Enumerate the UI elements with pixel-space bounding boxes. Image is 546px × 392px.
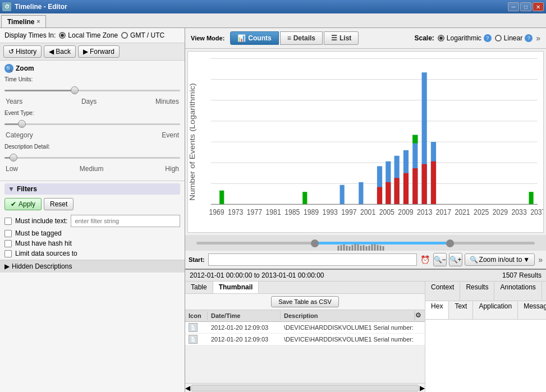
maximize-button[interactable]: □ bbox=[520, 2, 531, 11]
local-time-radio-btn[interactable] bbox=[59, 32, 66, 39]
tab-list-label: List bbox=[339, 34, 351, 42]
window-controls[interactable]: ─ □ ✕ bbox=[508, 2, 544, 11]
must-be-tagged-label: Must be tagged bbox=[15, 229, 62, 237]
table-section: Table Thumbnail Save Table as CSV Icon D… bbox=[185, 282, 425, 392]
scroll-right-icon[interactable]: ▶ bbox=[420, 384, 425, 392]
back-button[interactable]: ◀ Back bbox=[44, 45, 76, 58]
chart-more-button[interactable]: » bbox=[538, 255, 543, 264]
svg-rect-25 bbox=[422, 164, 427, 205]
logarithmic-radio-btn[interactable] bbox=[438, 35, 444, 41]
col-desc: Description bbox=[281, 311, 415, 320]
clock-icon[interactable]: ⏰ bbox=[420, 255, 430, 264]
table-tab-label: Table bbox=[191, 283, 207, 291]
zoom-icon-search: 🔍 bbox=[470, 256, 478, 264]
svg-rect-12 bbox=[359, 182, 363, 205]
table-header: Icon Date/Time Description ⚙ bbox=[185, 310, 425, 322]
limit-data-row: Limit data sources to bbox=[4, 250, 180, 257]
tab-context[interactable]: Context bbox=[425, 282, 460, 301]
event-type-thumb[interactable] bbox=[18, 120, 26, 128]
zoom-header: 🔍 Zoom bbox=[4, 64, 180, 73]
table-tabs: Table Thumbnail bbox=[185, 282, 425, 294]
local-time-radio[interactable]: Local Time Zone bbox=[59, 31, 118, 39]
magnify-minus-icon: 🔍− bbox=[434, 256, 446, 264]
scroll-left-icon[interactable]: ◀ bbox=[185, 384, 190, 392]
tab-details[interactable]: ≡ Details bbox=[280, 31, 323, 45]
svg-rect-55 bbox=[357, 245, 359, 251]
svg-rect-49 bbox=[341, 245, 342, 251]
zoom-dropdown[interactable]: 🔍 Zoom in/out to ▼ bbox=[465, 253, 535, 266]
tab-timeline[interactable]: Timeline × bbox=[1, 15, 46, 27]
subtab-application[interactable]: Application bbox=[473, 301, 518, 319]
svg-rect-10 bbox=[302, 192, 307, 204]
hidden-descriptions[interactable]: ▶ Hidden Descriptions bbox=[0, 260, 185, 273]
time-unit-min: Years bbox=[6, 98, 22, 105]
subtab-hex[interactable]: Hex bbox=[425, 301, 449, 319]
gmt-label: GMT / UTC bbox=[130, 31, 164, 39]
desc-detail-thumb[interactable] bbox=[10, 154, 17, 162]
time-units-label: Time Units: bbox=[4, 76, 180, 82]
subtab-message[interactable]: Message bbox=[518, 301, 546, 319]
table-body: 📄 2012-01-20 12:09:03 \DEVICE\HARDDISKVO… bbox=[185, 322, 425, 383]
tab-results[interactable]: Results bbox=[460, 282, 494, 301]
results-tab-label: Results bbox=[466, 283, 488, 291]
close-button[interactable]: ✕ bbox=[533, 2, 544, 11]
left-panel: Display Times In: Local Time Zone GMT / … bbox=[0, 28, 185, 392]
history-button[interactable]: ↺ History bbox=[3, 45, 42, 58]
must-be-tagged-checkbox[interactable] bbox=[4, 230, 12, 237]
svg-rect-50 bbox=[343, 245, 345, 251]
time-unit-max: Minutes bbox=[155, 98, 179, 105]
filter-text-input[interactable] bbox=[71, 215, 180, 227]
info-content bbox=[425, 320, 546, 392]
gmt-radio[interactable]: GMT / UTC bbox=[121, 31, 164, 39]
linear-help-icon[interactable]: ? bbox=[525, 34, 533, 42]
desc-detail-slider-container bbox=[4, 151, 180, 164]
table-row[interactable]: 📄 2012-01-20 12:09:03 \DEVICE\HARDDISKVO… bbox=[185, 322, 425, 334]
tab-table[interactable]: Table bbox=[185, 282, 213, 293]
start-input[interactable] bbox=[208, 253, 417, 266]
app-icon: ⏱ bbox=[2, 2, 11, 11]
col-options-icon[interactable]: ⚙ bbox=[415, 311, 425, 320]
table-row[interactable]: 📄 2012-01-20 12:09:03 \DEVICE\HARDDISKVO… bbox=[185, 334, 425, 345]
filters-header: ▼ Filters bbox=[4, 183, 180, 195]
tab-counts[interactable]: 📊 Counts bbox=[230, 31, 278, 45]
forward-button[interactable]: ▶ Forward bbox=[78, 45, 120, 58]
logarithmic-radio-group[interactable]: Logarithmic ? bbox=[438, 34, 492, 42]
main-container: Display Times In: Local Time Zone GMT / … bbox=[0, 28, 546, 392]
limit-data-checkbox[interactable] bbox=[4, 250, 12, 257]
must-include-checkbox[interactable] bbox=[4, 218, 12, 225]
event-type-min: Category bbox=[6, 131, 33, 139]
tab-close-icon[interactable]: × bbox=[36, 19, 40, 25]
history-icon: ↺ bbox=[8, 48, 14, 56]
subtab-text[interactable]: Text bbox=[449, 301, 473, 319]
save-table-button[interactable]: Save Table as CSV bbox=[271, 296, 339, 307]
chart-svg: Number of Events (Logarithmic) bbox=[188, 52, 543, 232]
gmt-radio-btn[interactable] bbox=[121, 32, 128, 39]
event-type-label: Event Type: bbox=[4, 110, 180, 116]
logarithmic-help-icon[interactable]: ? bbox=[484, 34, 492, 42]
zoom-out-btn[interactable]: 🔍+ bbox=[449, 253, 462, 266]
tab-annotations[interactable]: Annotations bbox=[494, 282, 542, 301]
more-button[interactable]: » bbox=[536, 34, 540, 43]
tab-timeline-label: Timeline bbox=[7, 18, 34, 26]
minimize-button[interactable]: ─ bbox=[508, 2, 519, 11]
time-units-thumb[interactable] bbox=[71, 86, 79, 94]
horizontal-scrollbar[interactable] bbox=[191, 385, 419, 391]
desc-detail-track bbox=[4, 157, 180, 159]
tab-list[interactable]: ☰ List bbox=[324, 31, 359, 45]
desc-mid: Medium bbox=[80, 165, 104, 173]
tab-thumbnail[interactable]: Thumbnail bbox=[213, 282, 259, 293]
row-date-1: 2012-01-20 12:09:03 bbox=[208, 323, 281, 332]
must-have-hash-label: Must have hash hit bbox=[15, 239, 72, 247]
reset-button[interactable]: Reset bbox=[44, 198, 74, 210]
linear-radio-group[interactable]: Linear ? bbox=[495, 34, 533, 42]
thumbnail-tab-label: Thumbnail bbox=[219, 283, 253, 291]
linear-radio-btn[interactable] bbox=[495, 35, 502, 41]
svg-rect-56 bbox=[360, 246, 362, 251]
tab-other-occurrences[interactable]: Other Occurrences bbox=[542, 282, 546, 301]
info-subtabs: Hex Text Application Message File Metada bbox=[425, 301, 546, 320]
zoom-in-btn[interactable]: 🔍− bbox=[433, 253, 447, 266]
apply-button[interactable]: ✔ Apply bbox=[4, 198, 42, 210]
must-have-hash-checkbox[interactable] bbox=[4, 240, 12, 247]
scale-label: Scale: bbox=[414, 34, 434, 42]
history-label: History bbox=[16, 48, 36, 56]
